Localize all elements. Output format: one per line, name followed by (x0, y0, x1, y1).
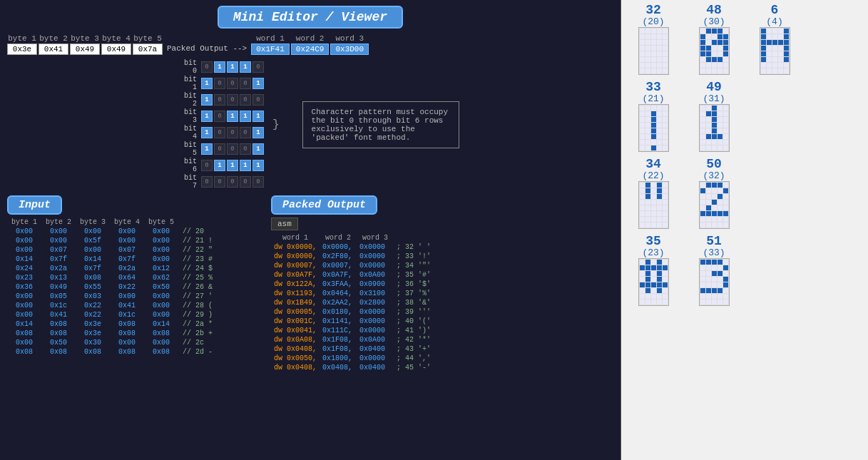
pixel-cell (645, 145, 650, 150)
output-comment: ; 36 '$' (394, 280, 434, 289)
pixel-cell (784, 68, 789, 73)
pixel-cell (712, 277, 717, 282)
pixel-cell (651, 223, 656, 228)
pixel-cell (640, 128, 645, 133)
pixel-cell (663, 282, 668, 287)
output-label: Packed Output (271, 195, 377, 215)
pixel-cell (651, 205, 656, 210)
input-cell: 0x08 (41, 329, 76, 338)
asm-tab[interactable]: asm (271, 218, 298, 230)
pixel-cell (663, 46, 668, 51)
pixel-cell (723, 68, 728, 73)
pixel-cell (723, 183, 728, 188)
pixel-cell (706, 282, 711, 287)
pixel-cell (663, 29, 668, 34)
pixel-cell (651, 282, 656, 287)
output-table: word 1word 2word 3dw 0x0000,0x0000,0x000… (271, 233, 434, 372)
bit-row-label: bit 2 (178, 92, 200, 108)
bit-cell: 1 (201, 94, 213, 106)
pixel-cell (640, 282, 645, 287)
input-comment: // 26 & (178, 282, 217, 292)
bit-cell: 0 (227, 78, 238, 89)
pixel-cell (706, 265, 711, 270)
pixel-cell (700, 294, 705, 299)
pixel-cell (657, 300, 662, 305)
brace-icon: } (272, 118, 280, 131)
input-cell: 0x23 (7, 273, 41, 282)
pixel-cell (778, 40, 783, 45)
bit-cell: 1 (252, 160, 264, 171)
bit-cell: 1 (252, 78, 264, 89)
pixel-cell (645, 134, 650, 139)
table-row: 0x140x080x3e0x080x14// 2a * (7, 320, 217, 329)
pixel-cell (645, 188, 650, 193)
table-row: dw 0x0408,0x1F08,0x0400; 43 '+' (271, 344, 434, 354)
output-word1: dw 0x0A08, (271, 335, 320, 344)
pixel-cell (700, 200, 705, 205)
pixel-cell (663, 300, 668, 305)
pixel-cell (640, 111, 645, 116)
table-row: dw 0x0A7F,0x0A7F,0x0A00; 35 '#' (271, 270, 434, 280)
pixel-cell (700, 205, 705, 210)
input-cell: 0x2a (41, 264, 76, 273)
pixel-cell (651, 211, 656, 216)
pixel-cell (723, 194, 728, 199)
pixel-cell (723, 294, 728, 299)
pixel-cell (706, 106, 711, 111)
bit-cell: 1 (227, 160, 238, 171)
pixel-cell (718, 277, 723, 282)
pixel-cell (718, 294, 723, 299)
pixel-cell (651, 200, 656, 205)
input-cell: 0x00 (7, 227, 41, 236)
table-row: dw 0x122A,0x3FAA,0x0900; 36 '$' (271, 280, 434, 289)
pixel-cell (718, 265, 723, 270)
pixel-cell (651, 57, 656, 62)
pixel-cell (657, 57, 662, 62)
pixel-cell (645, 217, 650, 222)
bit-cell: 0 (240, 127, 251, 138)
char-number: 35 (645, 235, 661, 247)
pixel-cell (772, 51, 777, 56)
pixel-cell (767, 68, 772, 73)
char-block: 33(21) (638, 81, 669, 152)
output-word3: 0x0000 (357, 317, 394, 326)
pixel-cell (706, 183, 711, 188)
char-pixel-grid (638, 104, 669, 152)
pixel-cell (761, 63, 766, 68)
input-cell: 0x00 (144, 338, 178, 347)
char-block: 6(4) (760, 4, 790, 75)
pixel-cell (718, 288, 723, 293)
pixel-cell (651, 260, 656, 265)
input-cell: 0x41 (41, 310, 76, 320)
output-word1: dw 0x0007, (271, 261, 320, 270)
pixel-cell (640, 123, 645, 128)
pixel-cell (663, 288, 668, 293)
pixel-cell (723, 57, 728, 62)
input-cell: 0x08 (76, 347, 110, 357)
pixel-cell (651, 46, 656, 51)
pixel-cell (712, 145, 717, 150)
pixel-cell (645, 223, 650, 228)
output-word3: 0x0A00 (357, 270, 394, 280)
pixel-cell (718, 51, 723, 56)
output-word3: 0x0000 (357, 242, 394, 252)
pixel-cell (700, 145, 705, 150)
input-label: Input (7, 195, 62, 215)
pixel-cell (778, 34, 783, 39)
input-cell: 0x00 (7, 301, 41, 310)
bit-cell: 0 (201, 160, 213, 171)
table-row: 0x000x000x5f0x000x00// 21 ! (7, 236, 217, 245)
char-pixel-grid (638, 258, 669, 306)
bit-cell: 0 (252, 176, 264, 188)
pixel-cell (706, 145, 711, 150)
pixel-cell (712, 128, 717, 133)
pixel-cell (663, 117, 668, 122)
output-word2: 0x0000, (320, 242, 357, 252)
pixel-cell (657, 183, 662, 188)
char-number: 34 (645, 158, 661, 170)
pixel-cell (706, 111, 711, 116)
bit-row-label: bit 0 (178, 59, 200, 75)
output-word1: dw 0x1B49, (271, 298, 320, 307)
pixel-cell (663, 57, 668, 62)
bit-cell: 1 (201, 127, 213, 138)
